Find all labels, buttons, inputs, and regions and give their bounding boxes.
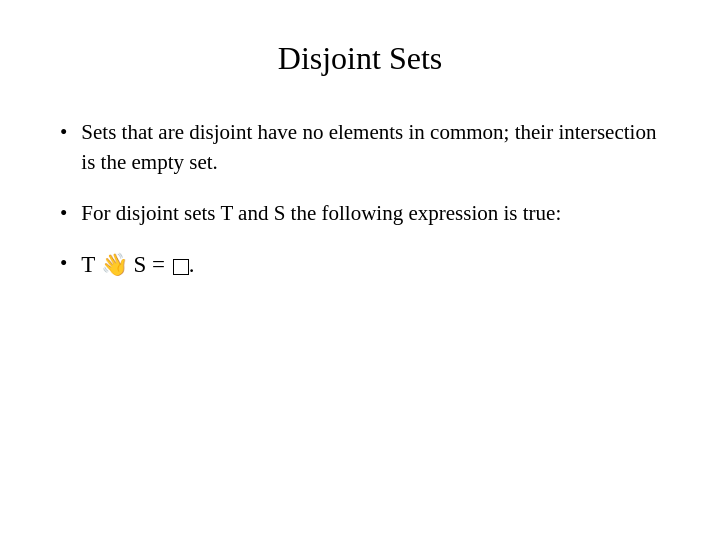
bullet-text: Sets that are disjoint have no elements … — [81, 117, 660, 178]
bullet-dot: • — [60, 198, 67, 228]
bullet-list: • Sets that are disjoint have no element… — [60, 117, 660, 303]
slide-title: Disjoint Sets — [60, 40, 660, 77]
list-item: • T 👋 S = . — [60, 248, 660, 283]
bullet-text: For disjoint sets T and S the following … — [81, 198, 660, 228]
list-item: • Sets that are disjoint have no element… — [60, 117, 660, 178]
list-item: • For disjoint sets T and S the followin… — [60, 198, 660, 228]
math-expression: T 👋 S = . — [81, 248, 660, 283]
bullet-dot: • — [60, 248, 67, 278]
empty-set-icon — [171, 252, 189, 277]
intersection-icon: 👋 — [101, 252, 128, 277]
slide: Disjoint Sets • Sets that are disjoint h… — [0, 0, 720, 540]
bullet-dot: • — [60, 117, 67, 147]
